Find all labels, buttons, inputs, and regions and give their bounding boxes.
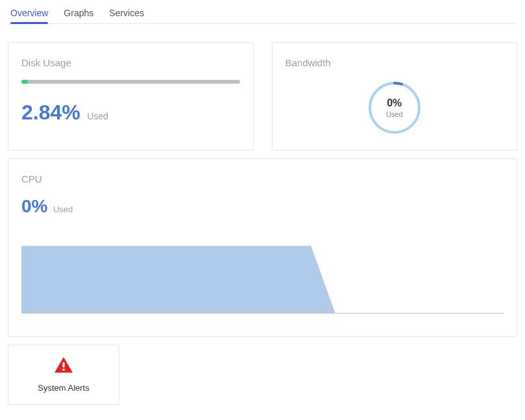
disk-progress-bar: [21, 80, 240, 84]
alert-icon: [53, 356, 74, 377]
system-alerts-card[interactable]: System Alerts: [8, 345, 119, 405]
tabs: Overview Graphs Services: [8, 0, 517, 24]
tab-graphs[interactable]: Graphs: [64, 5, 93, 23]
bandwidth-used-label: Used: [386, 110, 403, 118]
svg-rect-2: [62, 362, 64, 367]
disk-used-label: Used: [87, 111, 108, 121]
tab-services[interactable]: Services: [109, 5, 144, 23]
disk-usage-card: Disk Usage 2.84% Used: [8, 42, 254, 151]
disk-usage-title: Disk Usage: [21, 57, 240, 68]
bandwidth-card: Bandwidth 0% Used: [272, 42, 518, 151]
tab-overview[interactable]: Overview: [10, 5, 48, 23]
system-alerts-label: System Alerts: [38, 383, 89, 393]
cpu-used-label: Used: [53, 204, 73, 214]
bandwidth-title: Bandwidth: [286, 57, 504, 68]
cpu-card: CPU 0% Used: [8, 158, 517, 337]
disk-percent-value: 2.84%: [21, 101, 80, 125]
disk-progress-fill: [21, 80, 28, 84]
cpu-percent-value: 0%: [21, 196, 47, 216]
cpu-area-chart: [21, 240, 504, 314]
bandwidth-percent-value: 0%: [387, 97, 402, 109]
svg-point-3: [62, 368, 65, 371]
bandwidth-donut: 0% Used: [367, 80, 422, 136]
cpu-title: CPU: [21, 173, 504, 184]
